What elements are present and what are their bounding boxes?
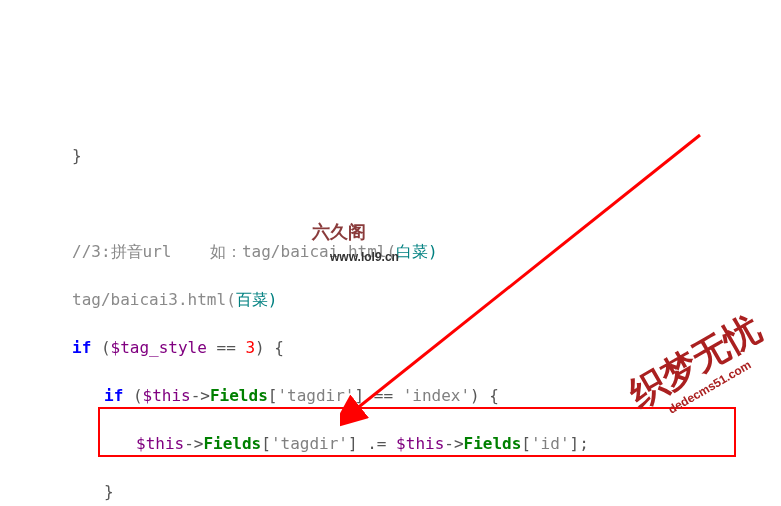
code-editor[interactable]: } //3:拼音url 如：tag/baicai.html(白菜) tag/ba… bbox=[0, 96, 781, 506]
close-line: } bbox=[0, 480, 781, 504]
watermark-url: www.lol9.cn bbox=[330, 245, 399, 269]
close-brace: } bbox=[72, 146, 82, 165]
blank-line bbox=[0, 192, 781, 216]
assign-line: $this->Fields['tagdir'] .= $this->Fields… bbox=[0, 432, 781, 456]
code-line: } bbox=[0, 144, 781, 168]
comment-line: tag/baicai3.html(百菜) bbox=[0, 288, 781, 312]
